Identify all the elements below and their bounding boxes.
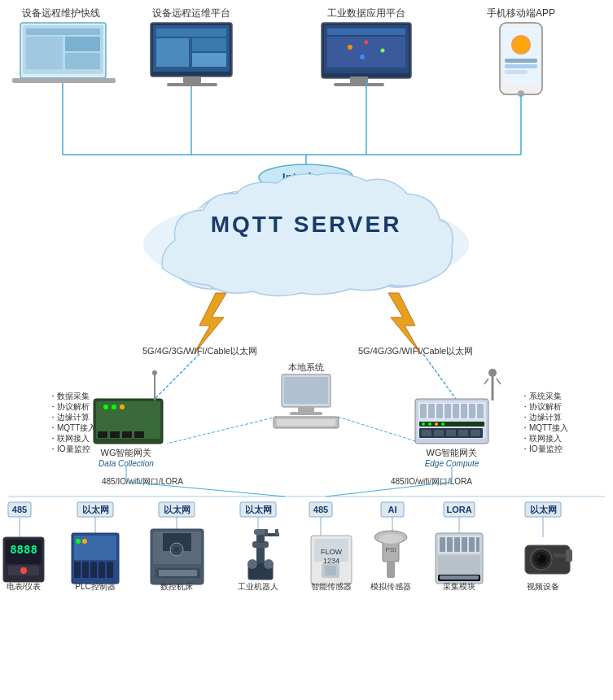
svg-rect-33 bbox=[505, 59, 537, 63]
svg-rect-65 bbox=[122, 431, 132, 438]
svg-point-203 bbox=[537, 555, 545, 563]
svg-rect-91 bbox=[436, 404, 443, 418]
svg-text:模拟传感器: 模拟传感器 bbox=[370, 582, 411, 591]
svg-rect-82 bbox=[274, 417, 339, 428]
svg-text:485/IO/wifi/网口/LORA: 485/IO/wifi/网口/LORA bbox=[102, 477, 183, 486]
svg-text:・协议解析: ・协议解析 bbox=[521, 402, 562, 411]
svg-rect-192 bbox=[440, 537, 445, 552]
svg-rect-194 bbox=[454, 537, 460, 552]
svg-rect-197 bbox=[476, 537, 479, 552]
svg-rect-4 bbox=[20, 23, 106, 78]
svg-rect-107 bbox=[422, 430, 431, 436]
svg-point-23 bbox=[348, 45, 352, 50]
svg-rect-93 bbox=[453, 404, 459, 418]
svg-rect-10 bbox=[12, 78, 116, 83]
diagram-container: 设备远程维护快线 设备远程运维平台 工业数据应用平台 手机移动端APP bbox=[0, 0, 613, 700]
svg-rect-161 bbox=[151, 529, 204, 584]
svg-point-177 bbox=[264, 559, 274, 569]
svg-point-48 bbox=[167, 216, 256, 289]
svg-rect-135 bbox=[444, 502, 475, 517]
svg-point-43 bbox=[259, 164, 353, 190]
svg-rect-7 bbox=[26, 37, 63, 69]
svg-line-104 bbox=[484, 378, 488, 384]
svg-rect-206 bbox=[566, 549, 572, 562]
svg-rect-179 bbox=[314, 539, 348, 562]
svg-rect-5 bbox=[23, 25, 103, 74]
svg-rect-200 bbox=[525, 545, 570, 574]
svg-rect-169 bbox=[256, 545, 265, 563]
svg-line-218 bbox=[326, 482, 452, 497]
svg-rect-199 bbox=[440, 575, 479, 580]
svg-rect-171 bbox=[256, 533, 265, 543]
svg-point-46 bbox=[187, 191, 301, 281]
svg-rect-11 bbox=[151, 23, 232, 77]
svg-point-45 bbox=[200, 187, 412, 293]
svg-rect-178 bbox=[311, 536, 352, 584]
svg-rect-81 bbox=[290, 412, 322, 415]
svg-text:・数据采集: ・数据采集 bbox=[49, 392, 90, 400]
svg-rect-63 bbox=[98, 431, 107, 438]
svg-rect-87 bbox=[418, 401, 486, 439]
svg-rect-127 bbox=[159, 502, 195, 517]
svg-point-24 bbox=[365, 41, 369, 45]
svg-rect-97 bbox=[419, 422, 484, 427]
svg-rect-79 bbox=[284, 377, 328, 404]
svg-point-32 bbox=[514, 38, 528, 51]
svg-rect-183 bbox=[325, 566, 336, 575]
svg-rect-66 bbox=[134, 431, 144, 438]
svg-marker-52 bbox=[194, 293, 226, 354]
svg-rect-18 bbox=[167, 83, 217, 86]
svg-text:手机移动端APP: 手机移动端APP bbox=[487, 7, 555, 19]
svg-text:・IO量监控: ・IO量监控 bbox=[521, 444, 563, 453]
svg-rect-137 bbox=[525, 502, 561, 517]
svg-point-100 bbox=[435, 422, 438, 426]
svg-point-61 bbox=[112, 405, 116, 409]
svg-point-101 bbox=[441, 422, 444, 426]
svg-point-167 bbox=[174, 547, 179, 552]
svg-rect-163 bbox=[163, 533, 191, 551]
svg-text:电表/仪表: 电表/仪表 bbox=[7, 582, 42, 591]
svg-rect-59 bbox=[96, 401, 160, 439]
svg-rect-153 bbox=[74, 536, 116, 560]
svg-rect-157 bbox=[99, 562, 105, 578]
svg-point-98 bbox=[422, 422, 425, 426]
svg-text:・系统采集: ・系统采集 bbox=[521, 392, 562, 400]
svg-point-166 bbox=[170, 543, 183, 556]
svg-rect-173 bbox=[265, 533, 279, 536]
svg-rect-6 bbox=[26, 28, 100, 35]
svg-rect-175 bbox=[275, 529, 278, 536]
svg-rect-19 bbox=[322, 23, 411, 78]
svg-rect-156 bbox=[90, 562, 97, 578]
svg-point-25 bbox=[381, 49, 385, 53]
svg-rect-29 bbox=[500, 23, 542, 94]
svg-line-85 bbox=[338, 417, 423, 444]
svg-line-217 bbox=[126, 482, 285, 497]
svg-rect-17 bbox=[183, 77, 201, 83]
svg-text:以太网: 以太网 bbox=[245, 505, 272, 514]
svg-rect-89 bbox=[420, 404, 427, 418]
svg-point-184 bbox=[374, 531, 407, 544]
svg-text:智能传感器: 智能传感器 bbox=[311, 582, 352, 591]
svg-text:Interface: Interface bbox=[282, 171, 331, 184]
svg-rect-164 bbox=[155, 568, 200, 578]
svg-text:485: 485 bbox=[313, 505, 328, 514]
svg-line-84 bbox=[167, 417, 277, 444]
svg-rect-30 bbox=[503, 28, 539, 83]
svg-text:设备远程维护快线: 设备远程维护快线 bbox=[22, 7, 100, 19]
svg-rect-90 bbox=[428, 404, 435, 418]
svg-text:・IO量监控: ・IO量监控 bbox=[49, 444, 90, 453]
svg-text:工业数据应用平台: 工业数据应用平台 bbox=[327, 7, 405, 19]
svg-rect-162 bbox=[153, 532, 201, 564]
svg-point-159 bbox=[76, 539, 81, 544]
svg-text:5G/4G/3G/WIFI/Cable以太网: 5G/4G/3G/WIFI/Cable以太网 bbox=[358, 346, 473, 356]
svg-rect-96 bbox=[477, 404, 484, 418]
svg-point-36 bbox=[518, 90, 524, 97]
svg-rect-16 bbox=[192, 53, 226, 67]
svg-marker-53 bbox=[388, 293, 421, 354]
svg-rect-189 bbox=[436, 533, 483, 584]
svg-rect-15 bbox=[192, 38, 226, 51]
svg-rect-109 bbox=[446, 430, 456, 436]
svg-rect-110 bbox=[458, 430, 468, 436]
svg-text:WG智能网关: WG智能网关 bbox=[101, 448, 152, 457]
svg-point-160 bbox=[82, 539, 87, 544]
